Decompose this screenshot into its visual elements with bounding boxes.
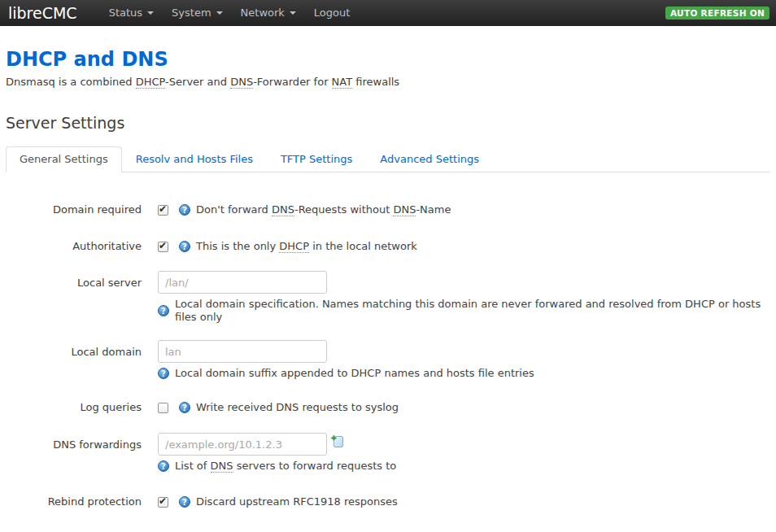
local-server-input[interactable] bbox=[158, 271, 327, 294]
nav-menu-system[interactable]: System bbox=[163, 0, 231, 26]
help-icon: ? bbox=[158, 368, 169, 379]
tab-general-settings[interactable]: General Settings bbox=[6, 146, 122, 172]
nav-menu-logout[interactable]: Logout bbox=[305, 0, 360, 26]
nav-menu-status-label: Status bbox=[109, 0, 142, 26]
log-queries-checkbox[interactable] bbox=[158, 403, 168, 413]
brand-logo[interactable]: libreCMC bbox=[7, 4, 79, 22]
field-label: Domain required bbox=[6, 203, 158, 216]
page-content: DHCP and DNS Dnsmasq is a combined DHCP-… bbox=[6, 48, 770, 532]
field-row-log-queries: Log queries ? Write received DNS request… bbox=[6, 401, 770, 414]
chevron-down-icon bbox=[290, 11, 296, 15]
help-icon: ? bbox=[158, 460, 169, 472]
field-description: List of DNS servers to forward requests … bbox=[175, 460, 396, 473]
field-label: Local server bbox=[6, 271, 158, 324]
field-description: Local domain specification. Names matchi… bbox=[175, 298, 770, 324]
help-icon: ? bbox=[179, 402, 190, 413]
field-description: Discard upstream RFC1918 responses bbox=[196, 495, 398, 508]
auto-refresh-toggle[interactable]: AUTO REFRESH ON bbox=[665, 7, 769, 20]
help-icon: ? bbox=[179, 496, 190, 508]
tab-resolv-and-hosts-files[interactable]: Resolv and Hosts Files bbox=[122, 146, 267, 172]
field-description: This is the only DHCP in the local netwo… bbox=[196, 240, 417, 253]
field-row-local-domain: Local domain ? Local domain suffix appen… bbox=[6, 340, 770, 380]
page-subtitle: Dnsmasq is a combined DHCP-Server and DN… bbox=[6, 76, 770, 88]
domain-required-checkbox[interactable] bbox=[158, 205, 168, 216]
help-icon: ? bbox=[179, 241, 190, 252]
field-label: DNS forwardings bbox=[6, 433, 158, 473]
dns-forwardings-input[interactable] bbox=[158, 433, 327, 456]
field-label: Local domain bbox=[6, 340, 158, 380]
field-label: Rebind protection bbox=[6, 495, 158, 508]
field-row-domain-required: Domain required ? Don't forward DNS-Requ… bbox=[6, 203, 770, 216]
field-row-dns-forwardings: DNS forwardings bbox=[6, 433, 770, 473]
chevron-down-icon bbox=[216, 11, 223, 15]
section-heading: Server Settings bbox=[6, 114, 770, 132]
tab-advanced-settings[interactable]: Advanced Settings bbox=[366, 146, 493, 172]
add-icon bbox=[330, 434, 344, 448]
nav-menu-status[interactable]: Status bbox=[100, 0, 163, 26]
chevron-down-icon bbox=[147, 11, 154, 15]
rebind-protection-checkbox[interactable] bbox=[158, 497, 168, 508]
nav-menu-system-label: System bbox=[172, 0, 211, 26]
server-settings-form: Domain required ? Don't forward DNS-Requ… bbox=[6, 203, 770, 532]
add-entry-button[interactable] bbox=[330, 434, 344, 448]
help-icon: ? bbox=[158, 305, 169, 316]
field-row-rebind-protection: Rebind protection ? Discard upstream RFC… bbox=[6, 495, 770, 508]
top-navbar: libreCMC Status System Network Logout AU… bbox=[0, 0, 776, 26]
field-row-local-server: Local server ? Local domain specificatio… bbox=[6, 271, 770, 324]
help-icon: ? bbox=[179, 204, 190, 216]
tab-bar: General Settings Resolv and Hosts Files … bbox=[6, 146, 770, 172]
field-label: Log queries bbox=[6, 401, 158, 414]
page-title: DHCP and DNS bbox=[6, 48, 770, 71]
nav-menu-logout-label: Logout bbox=[314, 0, 351, 26]
field-row-authoritative: Authoritative ? This is the only DHCP in… bbox=[6, 240, 770, 253]
nav-menu: Status System Network Logout bbox=[100, 0, 360, 26]
authoritative-checkbox[interactable] bbox=[158, 242, 168, 252]
local-domain-input[interactable] bbox=[158, 340, 327, 363]
field-description: Don't forward DNS-Requests without DNS-N… bbox=[196, 203, 451, 216]
nav-menu-network[interactable]: Network bbox=[232, 0, 305, 26]
field-label: Authoritative bbox=[6, 240, 158, 253]
nav-menu-network-label: Network bbox=[241, 0, 285, 26]
tab-tftp-settings[interactable]: TFTP Settings bbox=[267, 146, 366, 172]
field-description: Write received DNS requests to syslog bbox=[196, 401, 399, 414]
field-description: Local domain suffix appended to DHCP nam… bbox=[175, 367, 534, 380]
